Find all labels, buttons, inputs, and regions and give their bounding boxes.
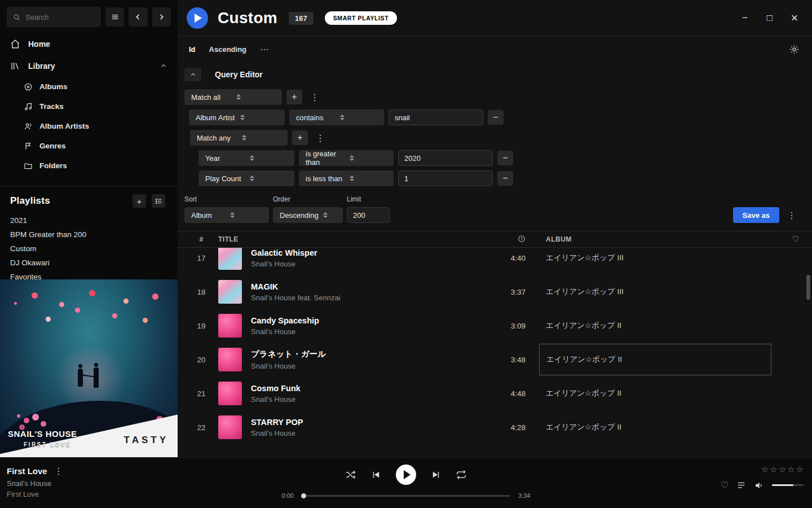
track-artist[interactable]: Snail's House <box>251 429 303 437</box>
track-artist[interactable]: Snail's House <box>251 327 319 336</box>
queue-button[interactable] <box>736 480 746 490</box>
track-thumbnail[interactable] <box>218 280 242 304</box>
rule-operator-select[interactable]: is less than <box>299 170 394 186</box>
volume-button[interactable] <box>754 480 764 491</box>
playlist-item[interactable]: Custom <box>0 242 178 256</box>
remove-rule-button[interactable]: − <box>497 171 513 186</box>
rule-field-select[interactable]: Year <box>198 150 294 166</box>
sort-field-button[interactable]: Id <box>189 45 196 54</box>
now-playing-menu-button[interactable]: ⋮ <box>54 466 63 476</box>
sidebar-item-genres[interactable]: Genres <box>0 136 178 156</box>
track-title[interactable]: MAGIK <box>251 282 341 291</box>
star-icon[interactable]: ☆ <box>779 465 786 475</box>
track-album[interactable]: エイリアン☆ポップ III <box>546 276 771 308</box>
track-title[interactable]: Cosmo Funk <box>251 384 301 393</box>
track-album[interactable]: エイリアン☆ポップ II <box>539 344 771 375</box>
track-artist[interactable]: Snail's House <box>251 260 317 268</box>
search-box[interactable] <box>7 7 101 27</box>
match-type-select[interactable]: Match all <box>184 89 282 105</box>
window-close-button[interactable]: × <box>786 10 803 27</box>
sidebar-item-folders[interactable]: Folders <box>0 156 178 176</box>
remove-rule-button[interactable]: − <box>497 151 513 165</box>
scrollbar-thumb[interactable] <box>806 275 810 300</box>
rule-operator-select[interactable]: contains <box>289 110 384 125</box>
rule-menu-button[interactable]: ⋮ <box>307 92 323 103</box>
track-album[interactable]: エイリアン☆ポップ II <box>546 378 771 409</box>
column-duration[interactable] <box>486 235 526 244</box>
track-title[interactable]: STARRY POP <box>251 418 303 427</box>
sidebar-item-tracks[interactable]: Tracks <box>0 97 178 116</box>
table-row[interactable]: 20 プラネット・ガール Snail's House 3:48 エイリアン☆ポッ… <box>178 343 812 376</box>
limit-input[interactable] <box>347 207 390 223</box>
rule-value-input[interactable] <box>398 150 493 166</box>
rule-field-select[interactable]: Album Artist <box>189 110 285 125</box>
sidebar-item-album-artists[interactable]: Album Artists <box>0 116 178 136</box>
playlist-play-button[interactable] <box>187 7 208 29</box>
seek-bar[interactable] <box>302 495 510 497</box>
window-maximize-button[interactable]: □ <box>761 10 778 27</box>
track-title[interactable]: Galactic Whisper <box>251 248 317 257</box>
add-rule-button[interactable]: + <box>286 90 302 104</box>
save-menu-button[interactable]: ⋮ <box>784 210 800 221</box>
rule-value-input[interactable] <box>389 110 483 125</box>
sort-order-button[interactable]: Ascending <box>209 45 246 54</box>
favorite-button[interactable]: ♡ <box>721 480 729 491</box>
nav-back-button[interactable] <box>129 7 147 27</box>
track-thumbnail[interactable] <box>218 248 242 270</box>
sidebar-item-library[interactable]: Library <box>0 55 178 77</box>
order-select[interactable]: Descending <box>273 207 343 223</box>
seek-handle[interactable] <box>301 493 306 498</box>
next-track-button[interactable] <box>431 470 441 480</box>
window-minimize-button[interactable]: − <box>736 10 753 27</box>
settings-button[interactable] <box>789 44 800 55</box>
track-title[interactable]: Candy Spaceship <box>251 316 319 325</box>
repeat-button[interactable] <box>456 469 467 480</box>
now-playing-title[interactable]: First Love <box>7 466 47 476</box>
playlist-list-button[interactable] <box>152 194 165 208</box>
collapse-query-editor-button[interactable] <box>184 68 201 81</box>
track-artist[interactable]: Snail's House <box>251 395 301 404</box>
previous-track-button[interactable] <box>371 470 381 480</box>
shuffle-button[interactable] <box>345 469 356 480</box>
playlist-item[interactable]: DJ Okawari <box>0 256 178 270</box>
track-title[interactable]: プラネット・ガール <box>251 349 326 360</box>
track-album[interactable]: エイリアン☆ポップ II <box>546 310 771 341</box>
group-menu-button[interactable]: ⋮ <box>312 133 328 143</box>
track-album[interactable]: エイリアン☆ポップ II <box>546 411 771 443</box>
column-number[interactable]: # <box>184 235 218 243</box>
sidebar-item-home[interactable]: Home <box>0 33 178 55</box>
now-playing-artist[interactable]: Snail's House <box>7 479 63 488</box>
sidebar-item-albums[interactable]: Albums <box>0 77 178 97</box>
track-thumbnail[interactable] <box>218 382 242 405</box>
column-title[interactable]: TITLE <box>218 235 486 243</box>
remove-rule-button[interactable]: − <box>488 110 504 125</box>
nav-forward-button[interactable] <box>152 7 171 27</box>
track-artist[interactable]: Snail's House feat. Sennzai <box>251 294 341 302</box>
star-icon[interactable]: ☆ <box>770 465 777 475</box>
star-icon[interactable]: ☆ <box>761 465 769 475</box>
track-album[interactable]: エイリアン☆ポップ III <box>546 248 771 274</box>
track-thumbnail[interactable] <box>218 314 242 338</box>
group-match-type-select[interactable]: Match any <box>190 130 288 146</box>
column-album[interactable]: ALBUM <box>546 235 771 243</box>
table-row[interactable]: 21 Cosmo Funk Snail's House 4:48 エイリアン☆ポ… <box>178 376 812 410</box>
table-row[interactable]: 17 Galactic Whisper Snail's House 4:40 エ… <box>178 248 812 275</box>
star-icon[interactable]: ☆ <box>787 465 795 475</box>
column-favorite[interactable]: ♡ <box>771 234 800 244</box>
star-icon[interactable]: ☆ <box>796 465 804 475</box>
rule-operator-select[interactable]: is greater than <box>299 150 394 166</box>
rule-value-input[interactable] <box>398 170 493 186</box>
sort-select[interactable]: Album <box>184 207 269 223</box>
table-row[interactable]: 19 Candy Spaceship Snail's House 3:09 エイ… <box>178 309 812 343</box>
track-thumbnail[interactable] <box>218 415 242 439</box>
add-group-rule-button[interactable]: + <box>292 130 308 145</box>
table-row[interactable]: 22 STARRY POP Snail's House 4:28 エイリアン☆ポ… <box>178 410 812 444</box>
playlist-item[interactable]: BPM Greater than 200 <box>0 227 178 242</box>
menu-button[interactable] <box>105 7 124 27</box>
rule-field-select[interactable]: Play Count <box>198 170 294 186</box>
add-playlist-button[interactable]: + <box>133 194 146 208</box>
save-as-button[interactable]: Save as <box>733 207 779 223</box>
chevron-up-icon[interactable] <box>160 62 167 70</box>
track-thumbnail[interactable] <box>218 348 242 371</box>
now-playing-artwork[interactable]: SNAIL'S HOUSE FIRST LOVE TASTY <box>0 279 178 457</box>
